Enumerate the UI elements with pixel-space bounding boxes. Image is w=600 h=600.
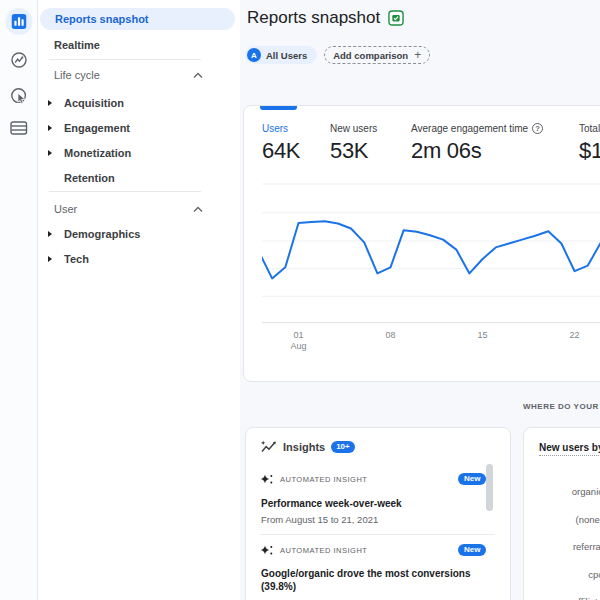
nav-section-label: Life cycle xyxy=(54,69,100,81)
nav-item-engagement[interactable]: Engagement xyxy=(38,121,130,135)
insights-icon xyxy=(260,440,277,453)
nav-section-life-cycle[interactable]: Life cycle xyxy=(54,68,202,82)
channel-category-label: referral xyxy=(524,541,600,552)
insight-title[interactable]: Google/organic drove the most conversion… xyxy=(261,567,506,593)
automated-insight-sparkle-icon xyxy=(260,474,273,485)
new-badge: New xyxy=(458,473,486,485)
insights-header[interactable]: Insights 10+ xyxy=(260,440,355,453)
divider xyxy=(49,59,201,60)
new-badge: New xyxy=(458,544,486,556)
nav-item-label: Monetization xyxy=(64,147,131,159)
insight-date-range: From August 15 to 21, 2021 xyxy=(261,514,378,525)
svg-text:22: 22 xyxy=(570,330,580,340)
insights-card: Insights 10+ AUTOMATED INSIGHT New Perfo… xyxy=(245,427,511,600)
divider xyxy=(260,534,495,535)
app-rail xyxy=(0,0,38,600)
chevron-up-icon xyxy=(193,72,203,79)
channel-category-label: organic xyxy=(524,486,600,497)
channel-category-label: cpc xyxy=(524,569,600,580)
page-title: Reports snapshot xyxy=(247,8,404,28)
nav-item-label: Tech xyxy=(64,253,89,265)
page-title-text: Reports snapshot xyxy=(247,8,380,28)
expand-triangle-icon[interactable] xyxy=(48,125,52,131)
channel-category-labels: organic(none)referralcpcaffiliate xyxy=(524,428,600,600)
nav-item-tech[interactable]: Tech xyxy=(38,252,89,266)
svg-text:Aug: Aug xyxy=(290,341,306,351)
add-comparison-button[interactable]: Add comparison + xyxy=(324,46,430,64)
report-ok-check-icon[interactable] xyxy=(388,10,404,26)
insight-title[interactable]: Performance week-over-week xyxy=(261,497,506,510)
expand-triangle-icon[interactable] xyxy=(48,100,52,106)
library-nav-button[interactable] xyxy=(10,121,28,135)
advertising-icon xyxy=(10,87,28,105)
nav-item-label: Demographics xyxy=(64,228,140,240)
channel-category-label: (none) xyxy=(524,514,600,525)
new-users-by-channel-card: New users by First user medium organic(n… xyxy=(523,427,600,600)
divider xyxy=(49,191,201,192)
advertising-nav-button[interactable] xyxy=(10,87,28,105)
nav-item-label: Retention xyxy=(64,172,115,184)
svg-text:01: 01 xyxy=(293,330,303,340)
comparison-bar: A All Users Add comparison + xyxy=(245,46,430,64)
nav-section-user[interactable]: User xyxy=(54,202,202,216)
nav-item-acquisition[interactable]: Acquisition xyxy=(38,96,124,110)
insight-kicker-label: AUTOMATED INSIGHT xyxy=(280,546,367,555)
nav-item-demographics[interactable]: Demographics xyxy=(38,227,140,241)
svg-text:08: 08 xyxy=(385,330,395,340)
channel-category-label: affiliate xyxy=(524,596,600,600)
nav-item-label: Acquisition xyxy=(64,97,124,109)
ga4-reports-snapshot-page: Reports snapshot Realtime Life cycle Acq… xyxy=(0,0,600,600)
expand-triangle-icon[interactable] xyxy=(48,150,52,156)
insights-count-badge: 10+ xyxy=(331,441,355,453)
add-comparison-label: Add comparison xyxy=(333,50,408,61)
overview-metrics-card: Users 64K New users 53K Average engageme… xyxy=(243,105,600,382)
section-header-new-users: WHERE DO YOUR NEW USERS COME FROM? xyxy=(523,402,600,411)
expand-triangle-icon[interactable] xyxy=(48,256,52,262)
nav-item-label: Realtime xyxy=(54,39,100,51)
library-icon xyxy=(10,121,28,135)
nav-item-realtime[interactable]: Realtime xyxy=(38,38,100,52)
all-users-chip[interactable]: A All Users xyxy=(245,46,317,64)
insight-kicker: AUTOMATED INSIGHT xyxy=(260,474,367,485)
chevron-up-icon xyxy=(193,206,203,213)
insights-title: Insights xyxy=(283,441,325,453)
comparison-avatar: A xyxy=(247,48,261,62)
expand-triangle-icon[interactable] xyxy=(48,231,52,237)
explore-nav-button[interactable] xyxy=(10,51,28,69)
reports-nav-button[interactable] xyxy=(5,8,32,35)
insight-kicker-label: AUTOMATED INSIGHT xyxy=(280,475,367,484)
nav-item-reports-snapshot[interactable]: Reports snapshot xyxy=(40,8,235,30)
insight-kicker: AUTOMATED INSIGHT xyxy=(260,545,367,556)
comparison-label: All Users xyxy=(266,50,307,61)
plus-icon: + xyxy=(414,49,421,61)
nav-item-monetization[interactable]: Monetization xyxy=(38,146,131,160)
svg-text:15: 15 xyxy=(478,330,488,340)
automated-insight-sparkle-icon xyxy=(260,545,273,556)
nav-item-label: Reports snapshot xyxy=(55,13,149,25)
reports-icon xyxy=(11,14,26,29)
nav-item-retention[interactable]: Retention xyxy=(38,171,115,185)
nav-section-label: User xyxy=(54,203,77,215)
nav-item-label: Engagement xyxy=(64,122,130,134)
users-trend-chart: 01Aug081522 xyxy=(244,106,600,382)
report-nav-sidebar: Reports snapshot Realtime Life cycle Acq… xyxy=(38,0,240,600)
explore-icon xyxy=(10,51,28,69)
